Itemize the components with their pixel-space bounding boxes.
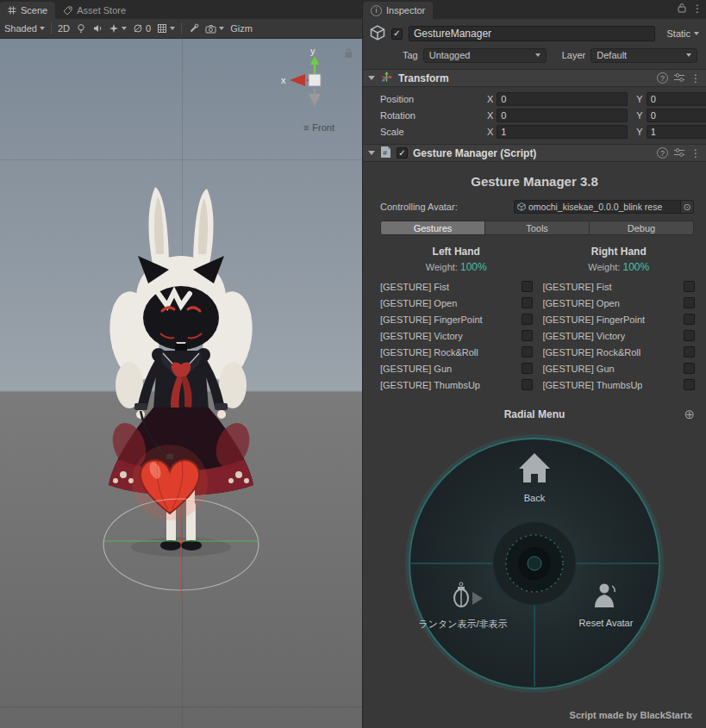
gesture-checkbox[interactable] [684,346,695,358]
lighting-bulb-icon[interactable] [76,23,86,34]
static-label: Static [666,28,690,39]
gesture-checkbox[interactable] [522,346,533,358]
gesture-checkbox[interactable] [522,363,533,374]
camera-dropdown[interactable] [205,24,224,34]
layer-value: Default [597,50,627,60]
controlling-avatar-object-field[interactable]: omochi_kisekae_0.0.0_blink rese ⊙ [514,200,694,214]
tab-scene[interactable]: Scene [0,2,55,19]
orientation-gizmo[interactable]: y x [278,46,352,115]
tag-dropdown[interactable]: Untagged [423,48,547,63]
chevron-down-icon [535,53,540,57]
lock-icon[interactable] [344,47,353,60]
gesture-manager-header[interactable]: # ✓ Gesture Manager (Script) ? ⋮ [363,144,706,162]
hands-section: Left Hand Weight: 100% [GESTURE] Fist [G… [363,246,706,393]
tab-asset-store[interactable]: Asset Store [55,2,134,19]
help-icon[interactable]: ? [657,72,668,84]
radial-lantern-label: ランタン表示/非表示 [418,619,507,629]
z-axis-cone[interactable] [309,94,321,106]
scale-x-field[interactable] [497,125,628,139]
shading-mode-dropdown[interactable]: Shaded [4,23,45,34]
object-cube-icon [515,202,526,211]
add-circled-icon[interactable]: ⊕ [684,408,695,420]
gesture-label: [GESTURE] Fist [380,282,449,292]
gesture-checkbox[interactable] [684,281,695,292]
toggle-2d-button[interactable]: 2D [58,23,70,34]
effects-dropdown[interactable] [109,23,127,34]
tab-debug[interactable]: Debug [589,221,694,235]
scene-viewport[interactable]: y x ≡ Front [0,39,362,728]
radial-reset-label: Reset Avatar [579,618,634,628]
gesture-manager-component: # ✓ Gesture Manager (Script) ? ⋮ Gesture… [363,144,706,698]
hidden-count-label: 0 [146,23,151,34]
kebab-menu-icon[interactable]: ⋮ [690,148,701,159]
kebab-menu-icon[interactable]: ⋮ [690,73,701,84]
gesture-checkbox[interactable] [684,297,695,308]
tab-gestures[interactable]: Gestures [380,221,485,235]
layer-label: Layer [562,50,586,60]
static-dropdown[interactable]: Static [666,28,699,39]
gesture-row: [GESTURE] Gun [380,360,533,376]
gesture-row: [GESTURE] Rock&Roll [543,344,696,360]
rotation-x-field[interactable] [497,109,628,122]
shading-mode-label: Shaded [4,23,37,34]
svg-text:#: # [383,149,387,157]
scale-y-field[interactable] [647,125,706,139]
tab-inspector[interactable]: i Inspector [363,2,433,19]
gesture-checkbox[interactable] [522,314,533,325]
gesture-label: [GESTURE] Rock&Roll [543,347,641,358]
gesture-label: [GESTURE] Rock&Roll [380,347,478,358]
gesture-checkbox[interactable] [684,330,695,341]
toolbar-separator [51,22,52,34]
transform-row-position: Position X Y Z [363,90,706,107]
foldout-arrow-icon[interactable] [368,76,375,80]
inspector-lock-icon[interactable] [678,3,686,15]
gesture-checkbox[interactable] [522,297,533,308]
gesture-checkbox[interactable] [522,330,533,341]
gizmo-center-cube[interactable] [309,74,321,86]
check-icon: ✓ [393,29,400,38]
position-y-field[interactable] [647,92,706,106]
gameobject-header: ✓ Static Tag Untagged Layer Default [363,19,706,69]
gesture-checkbox[interactable] [522,281,533,292]
inspector-panel: i Inspector ⋮ ✓ Static Tag Untagged [362,0,706,728]
x-axis-cone[interactable] [290,74,305,86]
foldout-arrow-icon[interactable] [368,151,375,155]
presets-icon[interactable] [673,72,685,84]
kebab-menu-icon[interactable]: ⋮ [692,3,703,14]
gesture-row: [GESTURE] Fist [543,278,696,295]
gesture-manager-body: Gesture Manager 3.8 Controlling Avatar: … [363,174,706,698]
gesture-checkbox[interactable] [684,363,695,374]
gesture-label: [GESTURE] Gun [543,364,615,374]
transform-header[interactable]: Transform ? ⋮ [363,69,706,87]
rotation-y-field[interactable] [647,109,706,122]
left-hand-title: Left Hand [380,246,533,258]
gesture-label: [GESTURE] Victory [380,331,463,341]
position-x-field[interactable] [497,92,628,106]
active-checkbox[interactable]: ✓ [391,28,403,40]
tools-wrench-icon[interactable] [188,23,199,34]
chevron-down-icon [694,32,699,35]
tab-scene-label: Scene [21,5,47,16]
gizmos-dropdown[interactable]: Gizm [230,23,253,34]
help-icon[interactable]: ? [657,147,668,159]
tab-tools[interactable]: Tools [484,221,590,235]
gesture-row: [GESTURE] FingerPoint [543,311,696,327]
scene-visibility-toggle[interactable]: 0 [133,23,151,34]
gesture-checkbox[interactable] [522,379,533,390]
axis-x-label: X [487,110,493,121]
gesture-row: [GESTURE] Open [543,295,696,311]
component-enabled-checkbox[interactable]: ✓ [397,147,408,159]
gesture-checkbox[interactable] [684,314,695,325]
asset-store-tag-icon [63,6,72,16]
presets-icon[interactable] [673,147,685,159]
audio-speaker-icon[interactable] [92,23,103,34]
axis-y-label: Y [636,127,642,137]
view-orientation-button[interactable]: ≡ Front [303,122,334,133]
gesture-checkbox[interactable] [684,379,695,390]
gameobject-name-field[interactable] [409,26,655,41]
gesture-row: [GESTURE] FingerPoint [380,311,533,327]
object-picker-icon[interactable]: ⊙ [680,201,693,213]
grid-settings-dropdown[interactable] [157,23,175,34]
script-icon: # [380,146,391,160]
layer-dropdown[interactable]: Default [590,48,697,63]
